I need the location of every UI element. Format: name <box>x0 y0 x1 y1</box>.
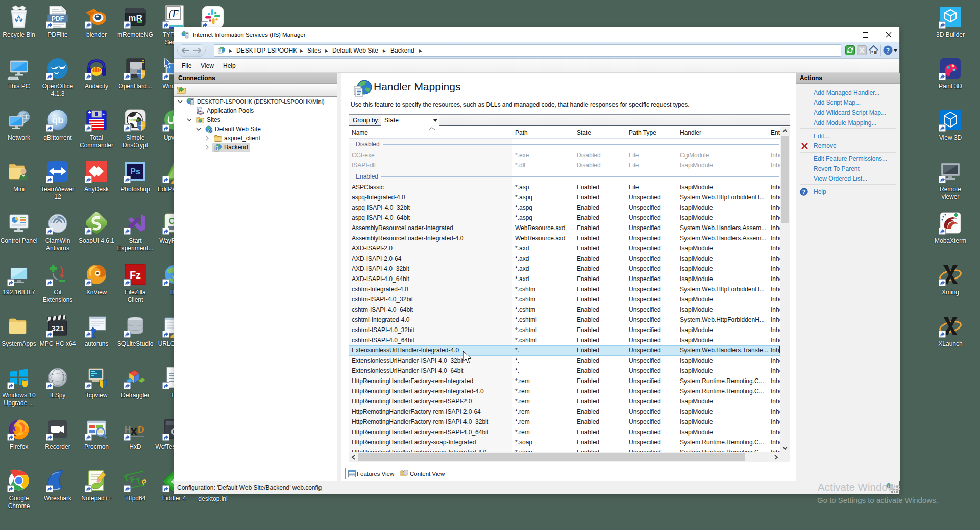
svg-text:PDF: PDF <box>52 15 64 22</box>
svg-text:▸: ▸ <box>102 112 105 116</box>
svg-text:D: D <box>138 425 144 435</box>
svg-text:Ps: Ps <box>130 167 140 176</box>
svg-text:qb: qb <box>52 115 63 125</box>
svg-text:?: ? <box>802 189 806 195</box>
svg-text:Fz: Fz <box>130 269 141 281</box>
svg-text:321: 321 <box>51 324 64 333</box>
svg-text:?: ? <box>210 129 212 133</box>
svg-text:(F: (F <box>169 8 179 20</box>
svg-text:?: ? <box>886 47 890 54</box>
